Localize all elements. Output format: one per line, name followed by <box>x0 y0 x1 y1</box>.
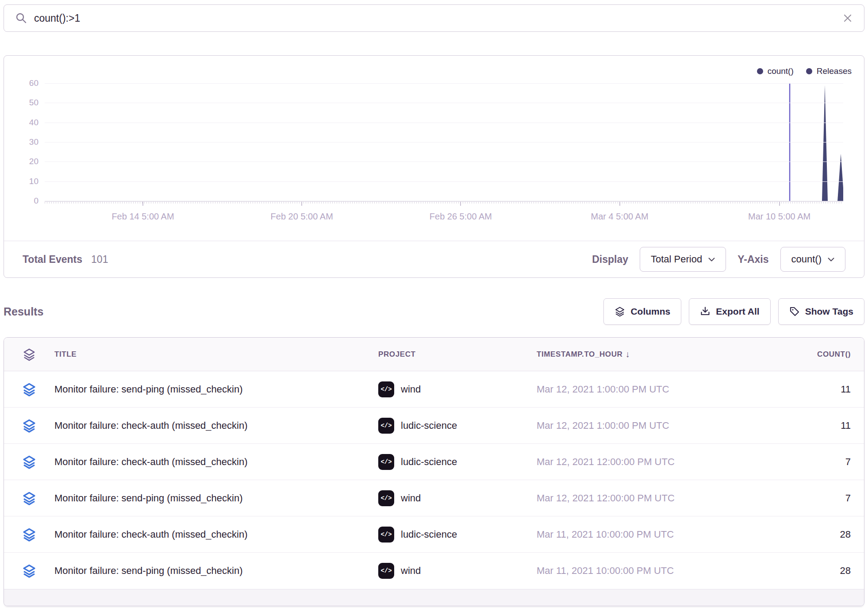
tag-icon <box>789 306 800 317</box>
gridline <box>45 142 843 142</box>
row-icon-cell <box>4 563 54 578</box>
legend-label: Releases <box>817 66 852 76</box>
display-dropdown[interactable]: Total Period <box>640 247 726 272</box>
row-project: </> ludic-science <box>378 527 537 543</box>
table-row[interactable]: Monitor failure: send-ping (missed_check… <box>4 480 864 516</box>
row-count: 28 <box>731 565 864 577</box>
legend-item-count[interactable]: count() <box>757 66 794 76</box>
code-project-icon: </> <box>378 563 394 579</box>
layers-icon <box>22 382 36 397</box>
yaxis-label: Y-Axis <box>737 254 768 266</box>
table-footer <box>4 589 864 606</box>
row-count: 7 <box>731 493 864 504</box>
table-row[interactable]: Monitor failure: check-auth (missed_chec… <box>4 408 864 444</box>
y-axis-tick-label: 50 <box>4 98 38 108</box>
total-events-label: Total Events <box>23 254 82 266</box>
x-axis-tick-label: Feb 26 5:00 AM <box>430 212 492 222</box>
x-axis-tick-label: Mar 4 5:00 AM <box>591 212 649 222</box>
row-title[interactable]: Monitor failure: check-auth (missed_chec… <box>54 420 378 431</box>
row-count: 11 <box>731 384 864 395</box>
table-row[interactable]: Monitor failure: check-auth (missed_chec… <box>4 516 864 553</box>
chart-plot-area[interactable]: 6050403020100 <box>45 83 843 201</box>
gridline <box>45 162 843 162</box>
column-header-title[interactable]: TITLE <box>54 350 378 359</box>
legend-dot-icon <box>757 68 763 74</box>
row-project: </> wind <box>378 490 537 506</box>
code-project-icon: </> <box>378 454 394 470</box>
layers-icon <box>22 491 36 506</box>
columns-button[interactable]: Columns <box>603 298 681 325</box>
total-events: Total Events 101 <box>23 254 108 266</box>
column-header-project[interactable]: PROJECT <box>378 350 537 359</box>
total-events-value: 101 <box>91 254 108 266</box>
display-dropdown-value: Total Period <box>651 254 702 265</box>
events-chart-panel: count()Releases 6050403020100 Feb 14 5:0… <box>4 55 864 278</box>
layers-icon <box>22 454 36 469</box>
display-label: Display <box>592 254 628 266</box>
yaxis-dropdown[interactable]: count() <box>780 247 845 272</box>
gridline <box>45 83 843 84</box>
row-project-name: ludic-science <box>401 420 457 431</box>
x-axis-minor-ticks <box>45 202 843 204</box>
table-row[interactable]: Monitor failure: send-ping (missed_check… <box>4 371 864 408</box>
code-project-icon: </> <box>378 490 394 506</box>
layers-icon <box>22 527 36 542</box>
y-axis-tick-label: 20 <box>4 157 38 166</box>
row-icon-cell <box>4 527 54 542</box>
row-project-name: wind <box>401 565 421 577</box>
row-title[interactable]: Monitor failure: send-ping (missed_check… <box>54 493 378 504</box>
code-project-icon: </> <box>378 527 394 543</box>
row-title[interactable]: Monitor failure: check-auth (missed_chec… <box>54 529 378 540</box>
close-icon[interactable] <box>843 13 853 23</box>
x-axis-major-tick <box>779 202 780 206</box>
layers-icon <box>22 418 36 433</box>
y-axis-tick-label: 40 <box>4 118 38 127</box>
row-project: </> wind <box>378 381 537 397</box>
table-header-row: TITLE PROJECT TIMESTAMP.TO_HOUR ↓ COUNT(… <box>4 338 864 371</box>
row-project: </> ludic-science <box>378 454 537 470</box>
count-spike <box>837 154 843 201</box>
search-bar[interactable]: count():>1 <box>4 4 864 32</box>
chart-controls: Display Total Period Y-Axis count() <box>592 247 845 272</box>
show-tags-button[interactable]: Show Tags <box>778 298 864 325</box>
x-axis-tick-label: Feb 14 5:00 AM <box>111 212 174 222</box>
row-title[interactable]: Monitor failure: send-ping (missed_check… <box>54 384 378 395</box>
row-project-name: wind <box>401 384 421 395</box>
code-project-icon: </> <box>378 381 394 397</box>
chart-legend: count()Releases <box>757 66 852 76</box>
row-project: </> wind <box>378 563 537 579</box>
columns-button-label: Columns <box>630 306 670 317</box>
row-project-name: ludic-science <box>401 456 457 468</box>
row-project-name: ludic-science <box>401 529 457 540</box>
sort-descending-icon: ↓ <box>625 349 630 359</box>
export-all-button[interactable]: Export All <box>689 298 770 325</box>
search-input[interactable]: count():>1 <box>34 12 843 24</box>
x-axis-major-tick <box>619 202 620 206</box>
legend-item-releases[interactable]: Releases <box>806 66 852 76</box>
code-project-icon: </> <box>378 418 394 434</box>
header-icon-cell <box>4 347 54 362</box>
column-header-count[interactable]: COUNT() <box>731 350 864 359</box>
y-axis-tick-label: 10 <box>4 177 38 186</box>
chart-footer: Total Events 101 Display Total Period Y-… <box>4 241 864 277</box>
chevron-down-icon <box>828 258 834 262</box>
show-tags-button-label: Show Tags <box>805 306 853 317</box>
x-axis-labels: Feb 14 5:00 AMFeb 20 5:00 AMFeb 26 5:00 … <box>45 212 843 224</box>
x-axis-major-tick <box>301 202 302 206</box>
row-title[interactable]: Monitor failure: send-ping (missed_check… <box>54 565 378 577</box>
search-icon <box>15 12 27 24</box>
yaxis-dropdown-value: count() <box>791 254 822 265</box>
row-project: </> ludic-science <box>378 418 537 434</box>
x-axis-major-tick <box>460 202 461 206</box>
row-icon-cell <box>4 418 54 433</box>
row-count: 28 <box>731 529 864 540</box>
table-row[interactable]: Monitor failure: send-ping (missed_check… <box>4 553 864 589</box>
layers-icon <box>23 347 36 362</box>
gridline <box>45 123 843 123</box>
row-project-name: wind <box>401 493 421 504</box>
row-icon-cell <box>4 491 54 506</box>
row-title[interactable]: Monitor failure: check-auth (missed_chec… <box>54 456 378 468</box>
table-row[interactable]: Monitor failure: check-auth (missed_chec… <box>4 444 864 480</box>
results-table: TITLE PROJECT TIMESTAMP.TO_HOUR ↓ COUNT(… <box>4 337 864 606</box>
results-header: Results Columns Export All <box>4 297 864 326</box>
